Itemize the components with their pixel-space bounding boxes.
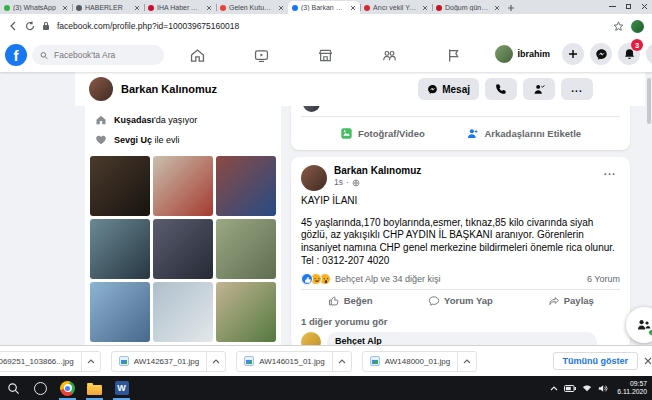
window-close-button[interactable] [636, 0, 652, 12]
cortana-button[interactable] [27, 376, 54, 400]
lock-icon[interactable] [42, 21, 50, 31]
tab-close-icon[interactable] [349, 4, 356, 11]
download-menu-button[interactable] [81, 352, 100, 371]
message-button[interactable]: Mesaj [418, 78, 479, 100]
back-icon[interactable] [8, 21, 18, 31]
friend-status-button[interactable] [523, 78, 555, 100]
page-scrollbar[interactable] [647, 78, 651, 124]
photo-thumbnail[interactable] [90, 219, 150, 279]
tab-iha-arsiv[interactable]: İHA Haber Arşivi [144, 1, 216, 14]
reactions-summary[interactable]: Behçet Alp ve 34 diğer kişi [335, 274, 441, 284]
tab-close-icon[interactable] [421, 4, 428, 11]
tab-whatsapp[interactable]: (3) WhatsApp [0, 1, 72, 14]
tab-close-icon[interactable] [205, 4, 212, 11]
download-menu-button[interactable] [206, 352, 225, 371]
post-author-avatar[interactable] [301, 165, 327, 191]
photo-video-icon [340, 127, 353, 140]
photo-thumbnail[interactable] [216, 156, 276, 216]
download-file[interactable]: AW142637_01.jpg [112, 356, 207, 366]
post-menu-button[interactable]: ... [600, 165, 620, 177]
download-shelf: 7069251_103866...jpg AW142637_01.jpg AW1… [0, 345, 652, 376]
profile-more-button[interactable]: ... [561, 78, 593, 100]
iha-favicon [148, 5, 154, 11]
new-tab-button[interactable] [504, 1, 518, 14]
intro-city-text: Kuşadası'da yaşıyor [114, 115, 197, 125]
download-file[interactable]: AW146015_01.jpg [237, 356, 332, 366]
tab-barkan-active[interactable]: (3) Barkan Kalın [288, 1, 360, 14]
bookmark-star-icon[interactable] [613, 21, 624, 32]
facebook-nav-tabs [165, 38, 485, 72]
download-item[interactable]: AW146015_01.jpg [236, 351, 352, 372]
commenter-name[interactable]: Behçet Alp [335, 336, 589, 346]
reload-icon[interactable] [25, 21, 35, 31]
like-button[interactable]: Beğen [295, 291, 405, 311]
profile-name: Barkan Kalınomuz [121, 83, 217, 95]
groups-icon[interactable] [367, 42, 411, 68]
photo-thumbnail[interactable] [216, 282, 276, 342]
tab-haberler[interactable]: HABERLER [72, 1, 144, 14]
tab-gelen-kutusu[interactable]: Gelen Kutusu (1 [216, 1, 288, 14]
close-shelf-icon[interactable] [644, 357, 652, 365]
taskbar-search-button[interactable] [0, 376, 27, 400]
taskbar-word-button[interactable]: W [108, 376, 135, 400]
post-author-name[interactable]: Barkan Kalınomuz [334, 165, 421, 177]
watch-icon[interactable] [239, 42, 283, 68]
profile-avatar[interactable] [89, 77, 113, 101]
photo-thumbnail[interactable] [90, 156, 150, 216]
taskbar-explorer-button[interactable] [81, 376, 108, 400]
profile-name: İbrahim [517, 49, 550, 59]
notifications-button[interactable]: 3 [618, 43, 640, 65]
create-button[interactable] [562, 43, 584, 65]
comment-button[interactable]: Yorum Yap [405, 291, 515, 311]
profile-shortcut[interactable]: İbrahim [493, 43, 556, 65]
battery-icon[interactable] [564, 385, 576, 392]
home-icon[interactable] [175, 42, 219, 68]
post-timestamp: 1s · [334, 177, 421, 188]
view-more-comments-link[interactable]: 1 diğer yorumu gör [291, 312, 630, 329]
download-file[interactable]: AW148000_01.jpg [363, 356, 458, 366]
tab-arici-vekil[interactable]: Arıcı vekil Yavu [360, 1, 432, 14]
download-item[interactable]: 7069251_103866...jpg [0, 351, 101, 372]
chevron-up-icon [212, 359, 220, 364]
call-button[interactable] [485, 78, 517, 100]
taskbar-clock[interactable]: 09:57 6.11.2020 [614, 380, 647, 397]
photo-thumbnail[interactable] [153, 156, 213, 216]
photo-thumbnail[interactable] [153, 282, 213, 342]
taskbar-chrome-button[interactable] [54, 376, 81, 400]
download-menu-button[interactable] [332, 352, 351, 371]
show-all-downloads-button[interactable]: Tümünü göster [553, 352, 639, 370]
url-text[interactable]: facebook.com/profile.php?id=100039675160… [57, 21, 606, 31]
download-file[interactable]: 7069251_103866...jpg [0, 357, 81, 366]
tab-close-icon[interactable] [61, 4, 68, 11]
volume-icon[interactable] [598, 384, 608, 393]
reaction-icons[interactable] [301, 273, 328, 285]
gaming-icon[interactable] [431, 42, 475, 68]
tray-expand-icon[interactable] [550, 386, 558, 391]
marketplace-icon[interactable] [303, 42, 347, 68]
facebook-logo[interactable]: f [5, 44, 27, 66]
comment-count[interactable]: 6 Yorum [587, 274, 620, 284]
wifi-icon[interactable] [582, 384, 592, 392]
window-minimize-button[interactable] [604, 0, 620, 12]
photo-video-button[interactable]: Fotoğraf/Video [334, 123, 431, 144]
tab-close-icon[interactable] [493, 4, 500, 11]
download-filename: AW148000_01.jpg [385, 357, 451, 366]
tab-dogum-gunu[interactable]: Doğum günü p [432, 1, 504, 14]
download-item[interactable]: AW148000_01.jpg [362, 351, 478, 372]
account-menu-button[interactable] [646, 43, 652, 65]
messenger-button[interactable] [590, 43, 612, 65]
photo-thumbnail[interactable] [90, 282, 150, 342]
facebook-search[interactable] [32, 45, 164, 65]
chrome-icon [60, 381, 75, 396]
share-button[interactable]: Paylaş [516, 291, 626, 311]
download-menu-button[interactable] [457, 352, 476, 371]
tab-close-icon[interactable] [133, 4, 140, 11]
download-item[interactable]: AW142637_01.jpg [111, 351, 227, 372]
chrome-profile-avatar[interactable] [631, 20, 644, 33]
window-maximize-button[interactable] [620, 0, 636, 12]
photo-thumbnail[interactable] [216, 219, 276, 279]
photo-thumbnail[interactable] [153, 219, 213, 279]
tag-friends-button[interactable]: Arkadaşlarını Etiketle [460, 123, 587, 144]
search-input[interactable] [52, 49, 156, 61]
tab-close-icon[interactable] [277, 4, 284, 11]
